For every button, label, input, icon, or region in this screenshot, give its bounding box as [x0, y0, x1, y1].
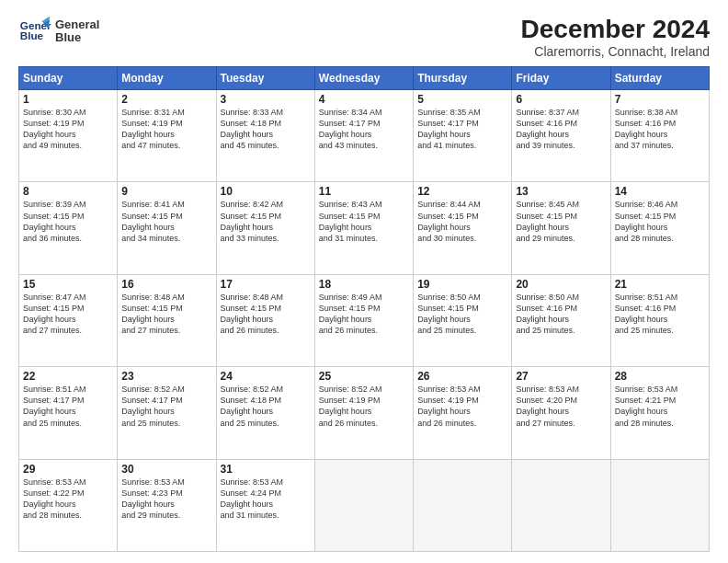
- day-info: Sunrise: 8:51 AMSunset: 4:17 PMDaylight …: [23, 384, 113, 429]
- day-number: 10: [221, 185, 311, 198]
- day-info: Sunrise: 8:53 AMSunset: 4:21 PMDaylight …: [615, 384, 705, 429]
- day-cell: 24 Sunrise: 8:52 AMSunset: 4:18 PMDaylig…: [216, 367, 314, 459]
- day-cell: 1 Sunrise: 8:30 AMSunset: 4:19 PMDayligh…: [19, 90, 118, 182]
- day-info: Sunrise: 8:53 AMSunset: 4:20 PMDaylight …: [516, 384, 606, 429]
- logo-line2: Blue: [55, 31, 99, 44]
- logo-text: General Blue: [55, 18, 99, 45]
- day-cell: 3 Sunrise: 8:33 AMSunset: 4:18 PMDayligh…: [216, 90, 314, 182]
- day-number: 25: [319, 370, 409, 383]
- day-info: Sunrise: 8:47 AMSunset: 4:15 PMDaylight …: [23, 292, 113, 337]
- day-info: Sunrise: 8:45 AMSunset: 4:15 PMDaylight …: [516, 199, 606, 244]
- day-info: Sunrise: 8:52 AMSunset: 4:19 PMDaylight …: [319, 384, 409, 429]
- day-number: 27: [516, 370, 606, 383]
- day-info: Sunrise: 8:43 AMSunset: 4:15 PMDaylight …: [319, 199, 409, 244]
- day-info: Sunrise: 8:53 AMSunset: 4:22 PMDaylight …: [23, 477, 113, 522]
- day-number: 28: [615, 370, 705, 383]
- day-cell: 16 Sunrise: 8:48 AMSunset: 4:15 PMDaylig…: [118, 274, 216, 366]
- day-number: 31: [221, 463, 311, 476]
- day-header-thursday: Thursday: [414, 67, 512, 90]
- day-info: Sunrise: 8:52 AMSunset: 4:18 PMDaylight …: [221, 384, 311, 429]
- day-info: Sunrise: 8:44 AMSunset: 4:15 PMDaylight …: [417, 199, 507, 244]
- logo-icon: General Blue: [18, 15, 51, 48]
- day-info: Sunrise: 8:49 AMSunset: 4:15 PMDaylight …: [319, 292, 409, 337]
- day-number: 14: [615, 185, 705, 198]
- day-number: 29: [23, 463, 113, 476]
- day-cell: 12 Sunrise: 8:44 AMSunset: 4:15 PMDaylig…: [414, 182, 512, 274]
- day-info: Sunrise: 8:42 AMSunset: 4:15 PMDaylight …: [221, 199, 311, 244]
- day-cell: 14 Sunrise: 8:46 AMSunset: 4:15 PMDaylig…: [610, 182, 709, 274]
- day-cell: 26 Sunrise: 8:53 AMSunset: 4:19 PMDaylig…: [414, 367, 512, 459]
- day-header-saturday: Saturday: [610, 67, 709, 90]
- day-info: Sunrise: 8:51 AMSunset: 4:16 PMDaylight …: [615, 292, 705, 337]
- day-header-friday: Friday: [512, 67, 610, 90]
- day-header-monday: Monday: [118, 67, 216, 90]
- day-cell: 25 Sunrise: 8:52 AMSunset: 4:19 PMDaylig…: [314, 367, 413, 459]
- day-cell: [314, 459, 413, 551]
- day-cell: 10 Sunrise: 8:42 AMSunset: 4:15 PMDaylig…: [216, 182, 314, 274]
- day-cell: 7 Sunrise: 8:38 AMSunset: 4:16 PMDayligh…: [610, 90, 709, 182]
- day-info: Sunrise: 8:38 AMSunset: 4:16 PMDaylight …: [615, 107, 705, 152]
- day-cell: 22 Sunrise: 8:51 AMSunset: 4:17 PMDaylig…: [19, 367, 118, 459]
- day-cell: 27 Sunrise: 8:53 AMSunset: 4:20 PMDaylig…: [512, 367, 610, 459]
- week-row-3: 15 Sunrise: 8:47 AMSunset: 4:15 PMDaylig…: [19, 274, 710, 366]
- day-number: 6: [516, 93, 606, 106]
- day-info: Sunrise: 8:53 AMSunset: 4:24 PMDaylight …: [221, 477, 311, 522]
- day-number: 24: [221, 370, 311, 383]
- day-info: Sunrise: 8:37 AMSunset: 4:16 PMDaylight …: [516, 107, 606, 152]
- day-number: 23: [121, 370, 211, 383]
- day-info: Sunrise: 8:41 AMSunset: 4:15 PMDaylight …: [121, 199, 211, 244]
- day-cell: [610, 459, 709, 551]
- calendar-table: SundayMondayTuesdayWednesdayThursdayFrid…: [18, 66, 710, 552]
- day-info: Sunrise: 8:31 AMSunset: 4:19 PMDaylight …: [121, 107, 211, 152]
- day-number: 3: [221, 93, 311, 106]
- week-row-1: 1 Sunrise: 8:30 AMSunset: 4:19 PMDayligh…: [19, 90, 710, 182]
- calendar-body: 1 Sunrise: 8:30 AMSunset: 4:19 PMDayligh…: [19, 90, 710, 552]
- day-cell: 29 Sunrise: 8:53 AMSunset: 4:22 PMDaylig…: [19, 459, 118, 551]
- day-cell: 20 Sunrise: 8:50 AMSunset: 4:16 PMDaylig…: [512, 274, 610, 366]
- day-number: 2: [121, 93, 211, 106]
- day-info: Sunrise: 8:50 AMSunset: 4:15 PMDaylight …: [417, 292, 507, 337]
- day-number: 13: [516, 185, 606, 198]
- day-cell: 28 Sunrise: 8:53 AMSunset: 4:21 PMDaylig…: [610, 367, 709, 459]
- day-cell: 9 Sunrise: 8:41 AMSunset: 4:15 PMDayligh…: [118, 182, 216, 274]
- day-info: Sunrise: 8:52 AMSunset: 4:17 PMDaylight …: [121, 384, 211, 429]
- day-info: Sunrise: 8:39 AMSunset: 4:15 PMDaylight …: [23, 199, 113, 244]
- day-cell: 23 Sunrise: 8:52 AMSunset: 4:17 PMDaylig…: [118, 367, 216, 459]
- day-cell: 17 Sunrise: 8:48 AMSunset: 4:15 PMDaylig…: [216, 274, 314, 366]
- day-info: Sunrise: 8:33 AMSunset: 4:18 PMDaylight …: [221, 107, 311, 152]
- day-number: 26: [417, 370, 507, 383]
- day-cell: 2 Sunrise: 8:31 AMSunset: 4:19 PMDayligh…: [118, 90, 216, 182]
- day-number: 30: [121, 463, 211, 476]
- day-info: Sunrise: 8:48 AMSunset: 4:15 PMDaylight …: [121, 292, 211, 337]
- day-info: Sunrise: 8:53 AMSunset: 4:19 PMDaylight …: [417, 384, 507, 429]
- day-cell: 31 Sunrise: 8:53 AMSunset: 4:24 PMDaylig…: [216, 459, 314, 551]
- day-number: 18: [319, 278, 409, 291]
- day-number: 9: [121, 185, 211, 198]
- day-info: Sunrise: 8:48 AMSunset: 4:15 PMDaylight …: [221, 292, 311, 337]
- day-number: 1: [23, 93, 113, 106]
- day-cell: 6 Sunrise: 8:37 AMSunset: 4:16 PMDayligh…: [512, 90, 610, 182]
- logo: General Blue General Blue: [18, 15, 99, 48]
- day-cell: [414, 459, 512, 551]
- week-row-5: 29 Sunrise: 8:53 AMSunset: 4:22 PMDaylig…: [19, 459, 710, 551]
- day-cell: 8 Sunrise: 8:39 AMSunset: 4:15 PMDayligh…: [19, 182, 118, 274]
- day-number: 15: [23, 278, 113, 291]
- day-number: 21: [615, 278, 705, 291]
- header: General Blue General Blue December 2024 …: [18, 15, 710, 59]
- day-cell: 11 Sunrise: 8:43 AMSunset: 4:15 PMDaylig…: [314, 182, 413, 274]
- day-number: 8: [23, 185, 113, 198]
- day-number: 17: [221, 278, 311, 291]
- calendar-title: December 2024: [521, 15, 710, 44]
- svg-text:Blue: Blue: [20, 29, 44, 41]
- day-cell: 4 Sunrise: 8:34 AMSunset: 4:17 PMDayligh…: [314, 90, 413, 182]
- day-info: Sunrise: 8:50 AMSunset: 4:16 PMDaylight …: [516, 292, 606, 337]
- day-number: 19: [417, 278, 507, 291]
- day-info: Sunrise: 8:35 AMSunset: 4:17 PMDaylight …: [417, 107, 507, 152]
- day-number: 16: [121, 278, 211, 291]
- logo-line1: General: [55, 18, 99, 31]
- day-cell: 18 Sunrise: 8:49 AMSunset: 4:15 PMDaylig…: [314, 274, 413, 366]
- day-cell: 15 Sunrise: 8:47 AMSunset: 4:15 PMDaylig…: [19, 274, 118, 366]
- calendar-subtitle: Claremorris, Connacht, Ireland: [521, 44, 710, 59]
- page: General Blue General Blue December 2024 …: [0, 0, 728, 563]
- day-cell: 19 Sunrise: 8:50 AMSunset: 4:15 PMDaylig…: [414, 274, 512, 366]
